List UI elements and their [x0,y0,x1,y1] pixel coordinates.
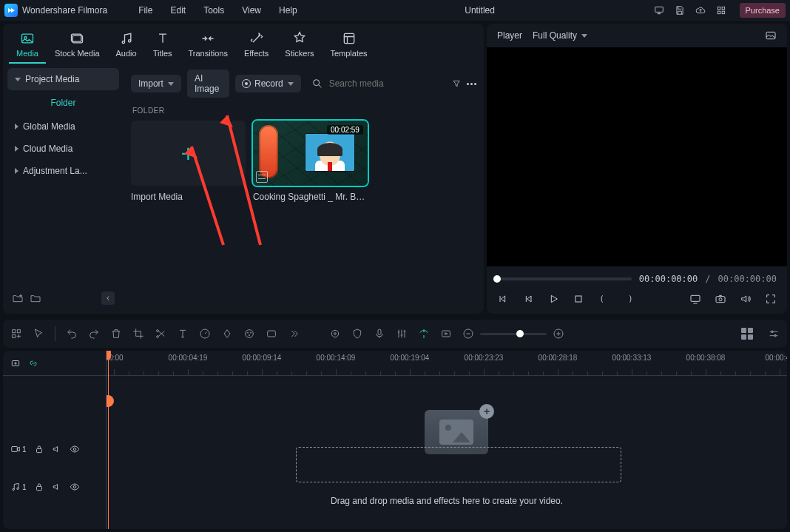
import-media-thumb[interactable]: + [131,121,246,186]
mute-icon[interactable] [52,482,62,492]
sidebar-item-project-media[interactable]: Project Media [7,68,119,90]
split-icon[interactable] [155,328,166,340]
search-media[interactable] [307,74,446,93]
mark-out-icon[interactable] [623,293,635,305]
display-icon[interactable] [689,293,701,305]
preview-icon[interactable] [266,328,277,340]
lock-icon[interactable] [34,482,44,492]
tab-stickers[interactable]: Stickers [277,28,321,64]
sidebar-item-global-media[interactable]: Global Media [7,115,119,138]
quality-label: Full Quality [533,30,577,41]
crop-icon[interactable] [132,328,144,340]
media-clip-card[interactable]: 00:02:59 Cooking Spaghetti _ Mr. Bea... [253,121,368,202]
svg-rect-2 [722,7,725,10]
add-track-icon[interactable] [10,328,22,340]
record-label: Record [254,78,283,89]
record-dropdown[interactable]: Record [235,75,301,92]
fullscreen-icon[interactable] [765,293,777,305]
menu-tools[interactable]: Tools [195,2,233,18]
stop-icon[interactable] [573,293,584,305]
undo-icon[interactable] [66,328,78,340]
purchase-button[interactable]: Purchase [740,3,786,18]
save-icon[interactable] [675,5,685,16]
ai-image-button[interactable]: AI Image [187,70,229,98]
tab-audio[interactable]: Audio [109,28,144,64]
menu-view[interactable]: View [233,2,270,18]
add-track-button[interactable] [10,358,21,368]
apps-icon[interactable] [716,5,726,16]
tab-transitions[interactable]: Transitions [181,28,235,64]
zoom-in-icon[interactable] [553,328,564,340]
tab-stock-media[interactable]: Stock Media [47,28,107,64]
delete-icon[interactable] [110,328,122,340]
new-folder-icon[interactable] [12,292,24,304]
keyframe-icon[interactable] [221,328,233,340]
player-viewport[interactable] [487,47,787,266]
menu-help[interactable]: Help [270,2,306,18]
document-title: Untitled [306,5,654,16]
collapse-sidebar-button[interactable] [101,292,115,305]
transitions-icon [200,31,215,46]
plus-icon: + [479,404,494,419]
import-dropdown[interactable]: Import [131,75,181,92]
tab-media[interactable]: Media [9,28,46,64]
more-tools-icon[interactable] [288,328,300,340]
visibility-icon[interactable] [70,482,80,492]
cursor-icon[interactable] [33,328,44,340]
import-media-card[interactable]: + Import Media [131,121,246,202]
lock-icon[interactable] [34,444,44,454]
redo-icon[interactable] [88,328,100,340]
mixer-icon[interactable] [396,328,408,340]
video-track-header[interactable]: 1 [3,376,106,465]
zoom-slider[interactable] [480,333,547,335]
more-options-icon[interactable] [467,83,476,85]
zoom-out-icon[interactable] [462,328,474,340]
speed-icon[interactable] [199,328,211,340]
menu-file[interactable]: File [129,2,161,18]
mic-icon[interactable] [374,328,385,340]
settings-icon[interactable] [768,328,780,340]
snapshot-icon[interactable] [765,30,777,41]
cloud-upload-icon[interactable] [695,5,706,16]
quality-dropdown[interactable]: Full Quality [533,30,587,41]
prev-frame-icon[interactable] [497,293,509,305]
sidebar-item-adjustment-layers[interactable]: Adjustment La... [7,160,119,182]
menu-edit[interactable]: Edit [162,2,195,18]
media-clip-thumb[interactable]: 00:02:59 [253,121,368,186]
color-icon[interactable] [243,328,255,340]
timeline-ruler[interactable]: 00:0000:00:04:1900:00:09:1400:00:14:0900… [107,351,787,376]
play-backward-icon[interactable] [522,293,534,305]
player-scrubber[interactable] [497,277,632,280]
timeline-tracks[interactable]: 00:0000:00:04:1900:00:09:1400:00:14:0900… [107,351,787,529]
audio-track-header[interactable]: 1 [3,465,106,509]
shield-icon[interactable] [351,328,363,340]
tab-templates[interactable]: Templates [323,28,374,64]
svg-rect-24 [13,334,16,337]
timeline-dropzone[interactable] [296,447,621,482]
filter-icon[interactable] [452,78,461,90]
play-icon[interactable] [547,293,559,305]
tab-effects[interactable]: Effects [237,28,276,64]
sidebar-item-folder[interactable]: Folder [7,90,119,115]
camera-icon[interactable] [715,293,726,305]
text-icon[interactable] [177,328,189,340]
chevron-right-icon [15,168,18,174]
ruler-tick: 00:00:43 [766,354,787,362]
tab-effects-label: Effects [244,49,269,58]
visibility-icon[interactable] [70,444,80,454]
view-options-icon[interactable] [741,328,753,340]
mark-in-icon[interactable] [598,293,610,305]
mute-icon[interactable] [52,444,62,454]
player-controls [487,287,787,314]
link-icon[interactable] [28,358,38,368]
marker-icon[interactable] [329,328,341,340]
magnet-icon[interactable] [418,328,430,340]
tab-media-label: Media [16,49,38,58]
sidebar-item-cloud-media[interactable]: Cloud Media [7,138,119,160]
monitor-icon[interactable] [654,5,664,16]
volume-icon[interactable] [740,293,752,305]
tab-titles[interactable]: Titles [146,28,180,64]
search-input[interactable] [328,78,442,90]
render-icon[interactable] [440,328,452,340]
folder-icon[interactable] [30,292,41,304]
